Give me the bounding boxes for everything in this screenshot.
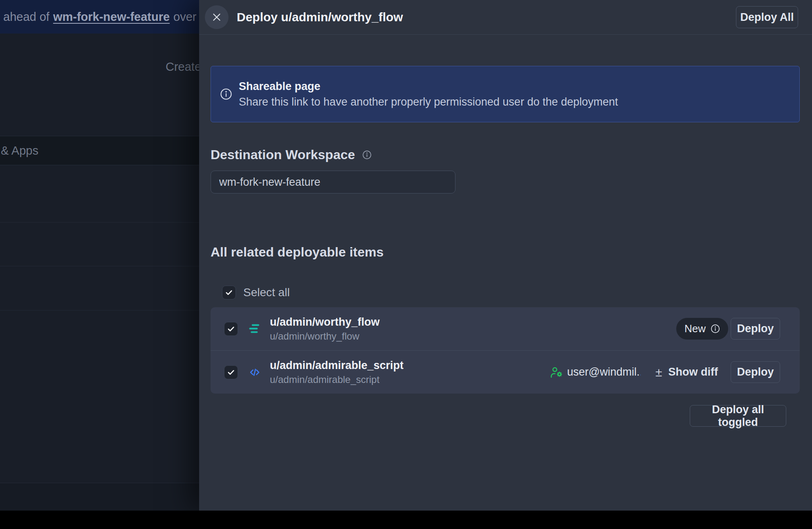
new-badge-label: New bbox=[684, 322, 706, 335]
new-badge[interactable]: New bbox=[676, 318, 728, 340]
flow-icon bbox=[248, 323, 261, 334]
plus-minus-icon: ± bbox=[655, 365, 662, 379]
show-diff-label: Show diff bbox=[668, 366, 718, 378]
deployable-row-flow: u/admin/worthy_flow u/admin/worthy_flow … bbox=[211, 307, 800, 350]
share-banner-title: Shareable page bbox=[239, 80, 618, 93]
user-cog-icon bbox=[550, 366, 563, 379]
deploy-all-button[interactable]: Deploy All bbox=[736, 6, 798, 28]
create-label: Create a bbox=[166, 60, 199, 74]
banner-text-suffix: over 2 items: bbox=[173, 10, 199, 24]
background-divider bbox=[0, 222, 199, 223]
background-footer-band bbox=[0, 483, 199, 511]
item-title: u/admin/worthy_flow bbox=[270, 316, 380, 329]
background-divider bbox=[0, 310, 199, 311]
item-path: u/admin/worthy_flow bbox=[270, 331, 380, 342]
deploy-drawer: Deploy u/admin/worthy_flow Deploy All Sh… bbox=[199, 0, 812, 511]
deployable-items-heading: All related deployable items bbox=[211, 245, 384, 260]
screen: ahead of wm-fork-new-feature over 2 item… bbox=[0, 0, 812, 529]
deployable-items-label: All related deployable items bbox=[211, 245, 384, 260]
deploy-all-toggled-button[interactable]: Deploy all toggled bbox=[690, 405, 786, 427]
banner-text-prefix: ahead of bbox=[3, 10, 49, 24]
deploy-button[interactable]: Deploy bbox=[731, 318, 780, 340]
item-title: u/admin/admirable_script bbox=[270, 359, 404, 372]
background-divider bbox=[0, 266, 199, 266]
item-path: u/admin/admirable_script bbox=[270, 374, 404, 385]
drawer-title: Deploy u/admin/worthy_flow bbox=[237, 10, 736, 24]
check-icon bbox=[227, 325, 235, 333]
info-icon bbox=[362, 150, 372, 160]
bottom-black-bar bbox=[0, 511, 812, 529]
deployable-items-card: u/admin/worthy_flow u/admin/worthy_flow … bbox=[211, 307, 800, 394]
select-all-label: Select all bbox=[243, 286, 290, 299]
deployable-row-script: u/admin/admirable_script u/admin/admirab… bbox=[211, 350, 800, 394]
row-checkbox[interactable] bbox=[224, 322, 238, 336]
share-banner-body: Share this link to have another properly… bbox=[239, 96, 618, 108]
check-icon bbox=[225, 288, 233, 297]
shareable-page-banner: Shareable page Share this link to have a… bbox=[211, 66, 800, 122]
workspace-link[interactable]: wm-fork-new-feature bbox=[53, 10, 170, 24]
destination-workspace-heading: Destination Workspace bbox=[211, 147, 372, 162]
info-icon bbox=[220, 88, 232, 100]
destination-workspace-label: Destination Workspace bbox=[211, 147, 355, 162]
apps-row: & Apps bbox=[0, 136, 199, 165]
owner-email: user@windmil... bbox=[567, 366, 641, 378]
destination-workspace-input[interactable] bbox=[211, 171, 455, 194]
info-icon bbox=[711, 324, 720, 333]
close-button[interactable] bbox=[205, 5, 229, 29]
drawer-header: Deploy u/admin/worthy_flow Deploy All bbox=[199, 0, 812, 35]
background-page: ahead of wm-fork-new-feature over 2 item… bbox=[0, 0, 199, 511]
show-diff-button[interactable]: ± Show diff bbox=[655, 365, 718, 379]
close-icon bbox=[211, 12, 222, 23]
select-all-checkbox[interactable] bbox=[222, 286, 236, 299]
check-icon bbox=[227, 368, 235, 376]
row-checkbox[interactable] bbox=[224, 365, 238, 379]
owner-info: user@windmil... bbox=[550, 366, 641, 379]
apps-label: & Apps bbox=[1, 144, 38, 158]
code-icon bbox=[249, 366, 261, 378]
select-all-row: Select all bbox=[222, 286, 290, 299]
deploy-button[interactable]: Deploy bbox=[731, 361, 780, 383]
fork-status-banner: ahead of wm-fork-new-feature over 2 item… bbox=[0, 0, 199, 34]
